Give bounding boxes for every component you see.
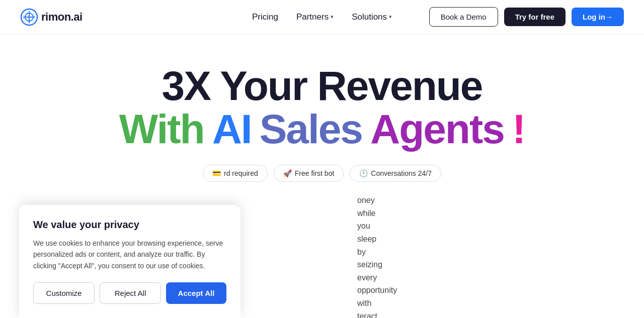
navbar: rimon.ai Pricing Partners ▾ Solutions ▾ … [0,0,644,34]
card-icon: 💳 [212,169,221,177]
logo[interactable]: rimon.ai [20,8,83,26]
clock-icon: 🕐 [359,169,368,177]
hero-title-with: With [119,108,204,151]
nav-actions: Book a Demo Try for free Log in→ [429,7,624,27]
nav-pricing[interactable]: Pricing [252,12,278,22]
partners-chevron-icon: ▾ [331,14,334,20]
reject-all-button[interactable]: Reject All [100,282,161,304]
hero-title-agents: Agents [370,108,504,151]
solutions-chevron-icon: ▾ [389,14,392,20]
customize-button[interactable]: Customize [33,282,95,304]
try-free-button[interactable]: Try for free [504,8,566,26]
rocket-icon: 🚀 [283,169,292,177]
logo-icon [20,8,38,26]
badges-row: 💳 rd required 🚀 Free first bot 🕐 Convers… [0,165,644,182]
badge-no-card: 💳 rd required [203,165,268,182]
hero-title-line1: 3X Your Revenue [0,64,644,108]
nav-links: Pricing Partners ▾ Solutions ▾ [252,12,392,22]
badge-free-bot: 🚀 Free first bot [274,165,344,182]
privacy-buttons: Customize Reject All Accept All [33,282,226,304]
accept-all-button[interactable]: Accept All [166,282,226,304]
privacy-text: We use cookies to enhance your browsing … [33,238,226,271]
hero-title-exclaim: ! [512,108,525,151]
hero-title-sales: Sales [260,108,362,151]
badge-conversations: 🕐 Conversations 24/7 [350,165,441,182]
hero-title-ai: AI [212,108,252,151]
hero-title-line2: With AI Sales Agents! [0,108,644,151]
logo-text: rimon.ai [41,11,83,24]
login-button[interactable]: Log in→ [572,8,624,26]
book-demo-button[interactable]: Book a Demo [429,7,498,27]
privacy-title: We value your privacy [33,219,226,231]
nav-solutions[interactable]: Solutions ▾ [352,12,392,22]
privacy-banner: We value your privacy We use cookies to … [19,205,240,318]
nav-partners[interactable]: Partners ▾ [296,12,334,22]
